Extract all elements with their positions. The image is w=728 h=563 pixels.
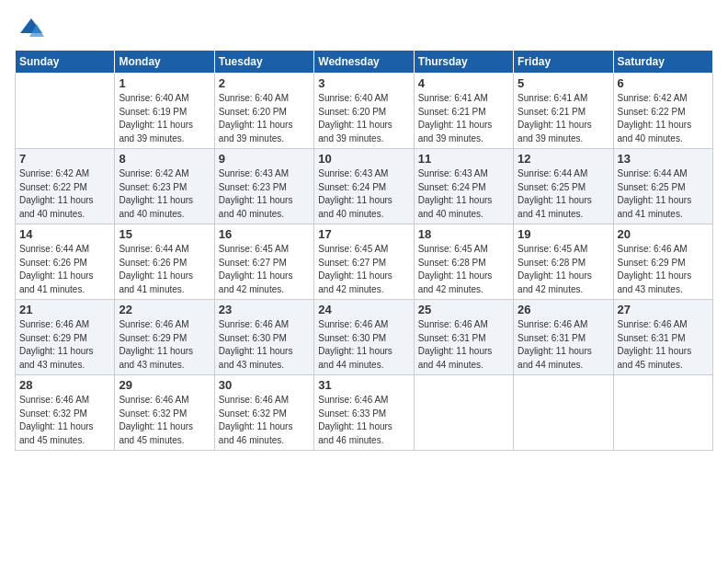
calendar-cell bbox=[514, 375, 613, 451]
calendar-cell: 31Sunrise: 6:46 AMSunset: 6:33 PMDayligh… bbox=[314, 375, 414, 451]
day-info: Sunrise: 6:40 AMSunset: 6:19 PMDaylight:… bbox=[119, 92, 210, 145]
day-info: Sunrise: 6:44 AMSunset: 6:25 PMDaylight:… bbox=[618, 167, 709, 221]
day-number: 13 bbox=[618, 152, 709, 166]
calendar-cell: 18Sunrise: 6:45 AMSunset: 6:28 PMDayligh… bbox=[414, 224, 513, 300]
calendar-cell: 28Sunrise: 6:46 AMSunset: 6:32 PMDayligh… bbox=[16, 375, 115, 451]
calendar-cell: 15Sunrise: 6:44 AMSunset: 6:26 PMDayligh… bbox=[115, 224, 214, 300]
day-info: Sunrise: 6:40 AMSunset: 6:20 PMDaylight:… bbox=[318, 92, 409, 145]
calendar-cell: 26Sunrise: 6:46 AMSunset: 6:31 PMDayligh… bbox=[514, 300, 613, 375]
day-number: 2 bbox=[219, 76, 310, 90]
logo bbox=[15, 15, 44, 40]
day-number: 28 bbox=[19, 378, 110, 392]
day-number: 24 bbox=[318, 303, 409, 316]
day-info: Sunrise: 6:43 AMSunset: 6:24 PMDaylight:… bbox=[418, 167, 509, 221]
weekday-header-row: SundayMondayTuesdayWednesdayThursdayFrid… bbox=[16, 51, 713, 74]
calendar-cell bbox=[414, 375, 513, 451]
day-info: Sunrise: 6:46 AMSunset: 6:33 PMDaylight:… bbox=[318, 394, 409, 447]
day-info: Sunrise: 6:42 AMSunset: 6:22 PMDaylight:… bbox=[618, 92, 709, 145]
calendar-week-row: 14Sunrise: 6:44 AMSunset: 6:26 PMDayligh… bbox=[16, 224, 713, 300]
calendar-cell: 11Sunrise: 6:43 AMSunset: 6:24 PMDayligh… bbox=[414, 149, 513, 224]
day-number: 10 bbox=[318, 152, 409, 166]
calendar-cell: 13Sunrise: 6:44 AMSunset: 6:25 PMDayligh… bbox=[613, 149, 712, 224]
day-info: Sunrise: 6:46 AMSunset: 6:31 PMDaylight:… bbox=[418, 318, 509, 372]
day-number: 30 bbox=[219, 378, 310, 392]
calendar-cell: 7Sunrise: 6:42 AMSunset: 6:22 PMDaylight… bbox=[16, 149, 115, 224]
calendar-week-row: 1Sunrise: 6:40 AMSunset: 6:19 PMDaylight… bbox=[16, 74, 713, 149]
day-info: Sunrise: 6:45 AMSunset: 6:27 PMDaylight:… bbox=[219, 243, 310, 296]
day-number: 14 bbox=[19, 227, 110, 241]
day-number: 16 bbox=[219, 227, 310, 241]
calendar-cell: 1Sunrise: 6:40 AMSunset: 6:19 PMDaylight… bbox=[115, 74, 214, 149]
calendar-cell: 5Sunrise: 6:41 AMSunset: 6:21 PMDaylight… bbox=[514, 74, 613, 149]
day-info: Sunrise: 6:46 AMSunset: 6:31 PMDaylight:… bbox=[518, 318, 609, 372]
calendar-week-row: 21Sunrise: 6:46 AMSunset: 6:29 PMDayligh… bbox=[16, 300, 713, 375]
day-number: 1 bbox=[119, 76, 210, 90]
day-info: Sunrise: 6:46 AMSunset: 6:32 PMDaylight:… bbox=[219, 394, 310, 447]
calendar-cell: 3Sunrise: 6:40 AMSunset: 6:20 PMDaylight… bbox=[314, 74, 414, 149]
day-number: 29 bbox=[119, 378, 210, 392]
page: SundayMondayTuesdayWednesdayThursdayFrid… bbox=[0, 0, 728, 563]
day-number: 3 bbox=[318, 76, 409, 90]
day-number: 7 bbox=[19, 152, 110, 166]
day-number: 6 bbox=[618, 76, 709, 90]
calendar-cell: 9Sunrise: 6:43 AMSunset: 6:23 PMDaylight… bbox=[214, 149, 313, 224]
day-info: Sunrise: 6:42 AMSunset: 6:23 PMDaylight:… bbox=[119, 167, 210, 221]
weekday-header-saturday: Saturday bbox=[613, 51, 712, 74]
day-info: Sunrise: 6:45 AMSunset: 6:28 PMDaylight:… bbox=[518, 243, 609, 296]
calendar-cell: 29Sunrise: 6:46 AMSunset: 6:32 PMDayligh… bbox=[115, 375, 214, 451]
calendar-cell: 8Sunrise: 6:42 AMSunset: 6:23 PMDaylight… bbox=[115, 149, 214, 224]
day-info: Sunrise: 6:46 AMSunset: 6:30 PMDaylight:… bbox=[318, 318, 409, 372]
calendar-cell: 21Sunrise: 6:46 AMSunset: 6:29 PMDayligh… bbox=[16, 300, 115, 375]
day-number: 27 bbox=[618, 303, 709, 316]
header bbox=[15, 15, 713, 40]
day-info: Sunrise: 6:46 AMSunset: 6:29 PMDaylight:… bbox=[618, 243, 709, 296]
day-info: Sunrise: 6:44 AMSunset: 6:26 PMDaylight:… bbox=[119, 243, 210, 296]
calendar-cell: 12Sunrise: 6:44 AMSunset: 6:25 PMDayligh… bbox=[514, 149, 613, 224]
day-number: 5 bbox=[518, 76, 609, 90]
day-info: Sunrise: 6:43 AMSunset: 6:24 PMDaylight:… bbox=[318, 167, 409, 221]
day-info: Sunrise: 6:41 AMSunset: 6:21 PMDaylight:… bbox=[418, 92, 509, 145]
day-number: 17 bbox=[318, 227, 409, 241]
weekday-header-thursday: Thursday bbox=[414, 51, 513, 74]
calendar-cell: 27Sunrise: 6:46 AMSunset: 6:31 PMDayligh… bbox=[613, 300, 712, 375]
day-info: Sunrise: 6:43 AMSunset: 6:23 PMDaylight:… bbox=[219, 167, 310, 221]
day-number: 21 bbox=[19, 303, 110, 316]
calendar-cell: 2Sunrise: 6:40 AMSunset: 6:20 PMDaylight… bbox=[214, 74, 313, 149]
day-info: Sunrise: 6:46 AMSunset: 6:32 PMDaylight:… bbox=[19, 394, 110, 447]
day-number: 8 bbox=[119, 152, 210, 166]
day-info: Sunrise: 6:44 AMSunset: 6:26 PMDaylight:… bbox=[19, 243, 110, 296]
day-info: Sunrise: 6:46 AMSunset: 6:29 PMDaylight:… bbox=[119, 318, 210, 372]
day-number: 4 bbox=[418, 76, 509, 90]
day-number: 15 bbox=[119, 227, 210, 241]
day-info: Sunrise: 6:45 AMSunset: 6:28 PMDaylight:… bbox=[418, 243, 509, 296]
day-number: 19 bbox=[518, 227, 609, 241]
calendar-cell: 17Sunrise: 6:45 AMSunset: 6:27 PMDayligh… bbox=[314, 224, 414, 300]
calendar-cell: 14Sunrise: 6:44 AMSunset: 6:26 PMDayligh… bbox=[16, 224, 115, 300]
weekday-header-monday: Monday bbox=[115, 51, 214, 74]
day-number: 11 bbox=[418, 152, 509, 166]
day-info: Sunrise: 6:46 AMSunset: 6:32 PMDaylight:… bbox=[119, 394, 210, 447]
weekday-header-sunday: Sunday bbox=[16, 51, 115, 74]
day-number: 23 bbox=[219, 303, 310, 316]
calendar-week-row: 28Sunrise: 6:46 AMSunset: 6:32 PMDayligh… bbox=[16, 375, 713, 451]
calendar-table: SundayMondayTuesdayWednesdayThursdayFrid… bbox=[15, 50, 713, 451]
day-info: Sunrise: 6:46 AMSunset: 6:31 PMDaylight:… bbox=[618, 318, 709, 372]
day-info: Sunrise: 6:44 AMSunset: 6:25 PMDaylight:… bbox=[518, 167, 609, 221]
day-number: 9 bbox=[219, 152, 310, 166]
calendar-cell: 6Sunrise: 6:42 AMSunset: 6:22 PMDaylight… bbox=[613, 74, 712, 149]
weekday-header-tuesday: Tuesday bbox=[214, 51, 313, 74]
day-info: Sunrise: 6:45 AMSunset: 6:27 PMDaylight:… bbox=[318, 243, 409, 296]
day-info: Sunrise: 6:40 AMSunset: 6:20 PMDaylight:… bbox=[219, 92, 310, 145]
calendar-week-row: 7Sunrise: 6:42 AMSunset: 6:22 PMDaylight… bbox=[16, 149, 713, 224]
calendar-cell: 4Sunrise: 6:41 AMSunset: 6:21 PMDaylight… bbox=[414, 74, 513, 149]
calendar-cell: 23Sunrise: 6:46 AMSunset: 6:30 PMDayligh… bbox=[214, 300, 313, 375]
calendar-cell: 16Sunrise: 6:45 AMSunset: 6:27 PMDayligh… bbox=[214, 224, 313, 300]
day-info: Sunrise: 6:41 AMSunset: 6:21 PMDaylight:… bbox=[518, 92, 609, 145]
day-number: 25 bbox=[418, 303, 509, 316]
calendar-cell: 22Sunrise: 6:46 AMSunset: 6:29 PMDayligh… bbox=[115, 300, 214, 375]
calendar-cell: 19Sunrise: 6:45 AMSunset: 6:28 PMDayligh… bbox=[514, 224, 613, 300]
day-number: 22 bbox=[119, 303, 210, 316]
calendar-cell: 25Sunrise: 6:46 AMSunset: 6:31 PMDayligh… bbox=[414, 300, 513, 375]
calendar-cell: 30Sunrise: 6:46 AMSunset: 6:32 PMDayligh… bbox=[214, 375, 313, 451]
day-number: 26 bbox=[518, 303, 609, 316]
